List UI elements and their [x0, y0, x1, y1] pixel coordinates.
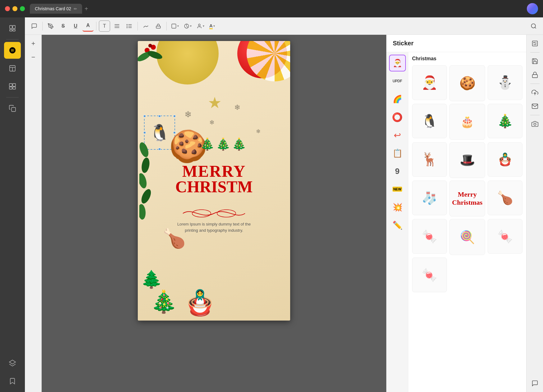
toolbar-divider-1: [42, 22, 43, 30]
search-button[interactable]: [528, 21, 539, 32]
save-button[interactable]: [529, 55, 541, 67]
signature-button[interactable]: [140, 21, 151, 32]
sticker-candy-gold[interactable]: 🍭: [449, 219, 485, 255]
pencil-icon: ✏️: [392, 221, 402, 230]
text-box-button[interactable]: T: [99, 21, 110, 32]
svg-point-38: [139, 172, 148, 189]
sticker-merry-text[interactable]: MerryChristmas: [449, 180, 485, 217]
edit-icon[interactable]: ✏: [74, 7, 77, 11]
gold-star: ★: [208, 94, 222, 112]
underline-button[interactable]: U: [70, 21, 81, 32]
category-paper[interactable]: 📋: [389, 145, 406, 162]
category-labels[interactable]: NEW: [389, 181, 406, 198]
text-color-button[interactable]: A: [82, 21, 94, 32]
stocking-emoji: 🧦: [422, 192, 437, 204]
sticker-candy-green[interactable]: 🍬: [412, 258, 447, 292]
pen-button[interactable]: [45, 21, 56, 32]
lock-button[interactable]: [529, 69, 541, 81]
handle-tr[interactable]: [173, 115, 176, 117]
sidebar-divider-1: [6, 39, 19, 39]
chat-button[interactable]: [529, 377, 541, 390]
sticker-gingerbread[interactable]: 🍪: [449, 65, 485, 101]
sticker-pudding[interactable]: 🎂: [449, 104, 485, 140]
sticker-reindeer[interactable]: 🦌: [412, 142, 447, 177]
sidebar-item-pages[interactable]: [4, 20, 21, 37]
canvas-area: 🐧 🍪: [25, 35, 543, 392]
category-pencil[interactable]: ✏️: [389, 217, 406, 234]
sticker-stocking[interactable]: 🧦: [412, 180, 447, 215]
leaf-decoration: [139, 134, 155, 227]
sticker-grid-area: Christmas 🎅 🍪 ⛄: [408, 52, 526, 392]
sidebar-item-bookmark[interactable]: [4, 373, 21, 390]
camera-button[interactable]: [529, 118, 541, 130]
sticker-hat[interactable]: 🎩: [449, 142, 485, 178]
category-christmas[interactable]: 🎅: [389, 55, 406, 71]
toolbar-divider-2: [96, 22, 96, 30]
svg-point-31: [148, 44, 152, 48]
candy-gold-emoji: 🍭: [460, 231, 475, 243]
comment-button[interactable]: [29, 21, 40, 32]
add-tab-button[interactable]: +: [85, 5, 88, 12]
maximize-button[interactable]: [20, 6, 25, 11]
category-emoji[interactable]: 🌈: [389, 91, 406, 107]
sticker-penguin[interactable]: 🐧: [412, 104, 447, 139]
sidebar-item-template[interactable]: [4, 60, 21, 77]
text-format-button[interactable]: [111, 21, 123, 32]
svg-point-19: [127, 27, 128, 28]
upload-button[interactable]: [529, 86, 541, 99]
tree-emoji: 🎄: [497, 115, 513, 128]
arrows-icon: ↩: [394, 130, 401, 140]
merry-text-sticker: MerryChristmas: [452, 190, 483, 207]
sticker-santa[interactable]: 🎅: [412, 65, 447, 100]
list-button[interactable]: [124, 21, 135, 32]
svg-point-40: [139, 204, 146, 220]
far-right-rail: [526, 35, 543, 392]
trees-row: 🎄 🎄 🎄: [200, 137, 246, 151]
title-bar: Christmas Card 02 ✏ +: [0, 0, 543, 17]
sidebar-item-copy[interactable]: [4, 100, 21, 117]
category-updf[interactable]: UPDF: [389, 73, 406, 89]
draw-color-button[interactable]: ▾: [182, 22, 193, 30]
sidebar-item-sticker[interactable]: [4, 42, 21, 59]
shape-button[interactable]: ▾: [169, 22, 181, 30]
rail-btn-1[interactable]: [27, 37, 39, 50]
handle-ml[interactable]: [143, 131, 146, 134]
sticker-candy-red[interactable]: 🍬: [412, 219, 447, 254]
toolbar-divider-4: [166, 22, 167, 30]
sticker-candy-blue[interactable]: 🍬: [488, 219, 522, 254]
ocr-button[interactable]: [529, 37, 541, 50]
sticker-grid: 🎅 🍪 ⛄ 🐧: [412, 65, 522, 292]
gingerbread-emoji: 🍪: [459, 77, 476, 90]
category-shapes[interactable]: ⭕: [389, 109, 406, 125]
handle-tm[interactable]: [158, 115, 161, 117]
email-button[interactable]: [529, 100, 541, 112]
handle-bm[interactable]: [158, 148, 161, 150]
stamp-button[interactable]: [153, 21, 164, 32]
close-button[interactable]: [5, 6, 10, 11]
category-numbers[interactable]: 9: [389, 163, 406, 180]
category-arrows[interactable]: ↩: [389, 127, 406, 144]
minimize-button[interactable]: [12, 6, 17, 11]
user-button[interactable]: ▾: [195, 22, 206, 30]
sticker-tree[interactable]: 🎄: [488, 104, 522, 139]
svg-rect-41: [532, 41, 537, 46]
sidebar-item-layout[interactable]: [4, 78, 21, 95]
strikethrough-button[interactable]: S: [58, 21, 69, 32]
highlight-button[interactable]: A ▾: [207, 22, 217, 30]
sticker-nutcracker[interactable]: 🪆: [488, 142, 522, 177]
category-burst[interactable]: 💥: [389, 199, 406, 216]
candy-blue-emoji: 🍬: [497, 230, 513, 243]
canvas-wrapper: 🐧 🍪: [42, 35, 386, 392]
category-label: Christmas: [412, 56, 522, 62]
svg-point-17: [127, 24, 128, 25]
updf-icon: UPDF: [392, 79, 402, 83]
rail-btn-2[interactable]: [27, 51, 39, 63]
card-lorem: Lorem Ipsum is simply dummy text of the …: [170, 221, 258, 233]
svg-point-23: [198, 24, 200, 26]
active-tab[interactable]: Christmas Card 02 ✏: [30, 4, 82, 14]
sticker-turkey[interactable]: 🍗: [488, 180, 522, 215]
svg-rect-0: [10, 25, 12, 29]
sticker-snowman[interactable]: ⛄: [488, 65, 522, 100]
sidebar-item-layers[interactable]: [4, 355, 21, 371]
handle-tl[interactable]: [143, 115, 146, 117]
